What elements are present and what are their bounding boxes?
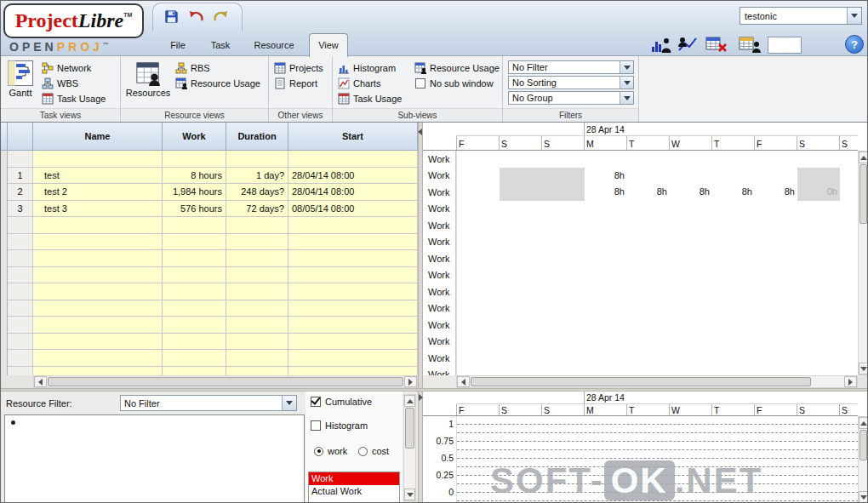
task-work-cell[interactable] bbox=[163, 334, 226, 351]
task-name-cell[interactable] bbox=[33, 267, 163, 284]
wbs-view-button[interactable]: WBS bbox=[42, 77, 78, 90]
task-work-cell[interactable] bbox=[163, 367, 226, 376]
tab-file[interactable]: File bbox=[161, 34, 195, 56]
task-duration-cell[interactable] bbox=[226, 334, 288, 351]
row-number-cell[interactable] bbox=[8, 234, 33, 251]
row-number-cell[interactable] bbox=[8, 317, 33, 334]
task-duration-cell[interactable] bbox=[226, 367, 288, 376]
cumulative-checkbox[interactable] bbox=[311, 397, 321, 407]
resources-view-button[interactable]: Resources bbox=[124, 59, 172, 100]
projects-view-button[interactable]: Projects bbox=[274, 61, 323, 75]
task-table-hscrollbar[interactable] bbox=[33, 375, 418, 388]
scroll-down-button[interactable] bbox=[859, 363, 868, 374]
task-name-cell[interactable] bbox=[33, 234, 163, 251]
task-usage-subview-button[interactable]: Task Usage bbox=[338, 92, 402, 106]
row-number-cell[interactable] bbox=[8, 250, 33, 267]
work-option[interactable]: work bbox=[314, 446, 347, 456]
task-duration-cell[interactable]: 72 days? bbox=[226, 201, 288, 218]
cost-option[interactable]: cost bbox=[358, 446, 389, 456]
task-name-cell[interactable] bbox=[33, 317, 163, 334]
task-start-cell[interactable] bbox=[288, 300, 418, 317]
task-work-cell[interactable] bbox=[163, 317, 226, 334]
task-work-cell[interactable] bbox=[163, 217, 226, 234]
task-work-cell[interactable] bbox=[163, 234, 226, 251]
task-start-cell[interactable] bbox=[288, 234, 418, 251]
resource-histogram-button[interactable] bbox=[648, 36, 674, 54]
usage-hscrollbar[interactable] bbox=[456, 375, 858, 388]
row-number-cell[interactable]: 3 bbox=[8, 201, 33, 218]
task-duration-cell[interactable] bbox=[226, 317, 288, 334]
task-row[interactable] bbox=[8, 283, 418, 300]
task-duration-cell[interactable] bbox=[226, 234, 288, 251]
resource-filter-dropdown[interactable]: No Filter bbox=[120, 395, 297, 411]
row-number-cell[interactable]: 2 bbox=[8, 184, 33, 201]
tab-view[interactable]: View bbox=[309, 33, 348, 57]
histogram-checkbox[interactable] bbox=[311, 420, 321, 431]
task-work-cell[interactable] bbox=[163, 267, 226, 284]
no-sub-window-button[interactable]: No sub window bbox=[414, 77, 494, 90]
usage-vscrollbar[interactable] bbox=[858, 151, 868, 375]
scroll-up-button[interactable] bbox=[859, 417, 868, 429]
task-usage-view-button[interactable]: Task Usage bbox=[42, 92, 106, 106]
task-row[interactable] bbox=[8, 367, 418, 376]
task-duration-cell[interactable]: 1 day? bbox=[226, 168, 288, 185]
task-start-cell[interactable]: 28/04/14 08:00 bbox=[288, 184, 418, 201]
scroll-right-button[interactable] bbox=[404, 376, 417, 387]
report-view-button[interactable]: Report bbox=[274, 77, 317, 90]
task-row[interactable] bbox=[8, 350, 418, 367]
charts-subview-button[interactable]: Charts bbox=[338, 77, 380, 90]
row-number-cell[interactable]: 1 bbox=[8, 168, 33, 185]
task-row[interactable] bbox=[8, 217, 418, 234]
rbs-view-button[interactable]: RBS bbox=[175, 61, 210, 75]
task-name-cell[interactable] bbox=[33, 151, 163, 168]
task-row[interactable] bbox=[8, 151, 418, 168]
assign-resource-button[interactable] bbox=[734, 36, 765, 54]
resource-tree-listbox[interactable] bbox=[4, 414, 305, 503]
task-work-cell[interactable] bbox=[163, 283, 226, 300]
tab-task[interactable]: Task bbox=[203, 34, 237, 56]
row-number-cell[interactable] bbox=[8, 334, 33, 351]
series-item[interactable]: Actual Work bbox=[309, 485, 399, 498]
task-work-cell[interactable]: 1,984 hours bbox=[163, 184, 226, 201]
task-row[interactable]: 3test 3576 hours72 days?08/05/14 08:00 bbox=[8, 201, 418, 218]
column-header-work[interactable]: Work bbox=[163, 123, 226, 151]
task-row[interactable] bbox=[8, 234, 418, 251]
row-number-cell[interactable] bbox=[8, 217, 33, 234]
project-selector[interactable]: testonic bbox=[740, 7, 862, 25]
task-start-cell[interactable] bbox=[288, 217, 418, 234]
task-name-cell[interactable] bbox=[33, 300, 163, 317]
task-row[interactable] bbox=[8, 250, 418, 267]
task-start-cell[interactable]: 28/04/14 08:00 bbox=[288, 168, 418, 185]
column-header-start[interactable]: Start bbox=[288, 123, 418, 151]
task-start-cell[interactable] bbox=[288, 350, 418, 367]
task-duration-cell[interactable] bbox=[226, 250, 288, 267]
scrollbar-thumb[interactable] bbox=[859, 164, 867, 224]
scroll-up-button[interactable] bbox=[859, 151, 868, 163]
task-name-cell[interactable]: test 3 bbox=[33, 201, 163, 218]
resource-usage-subview-button[interactable]: Resource Usage bbox=[414, 61, 500, 75]
task-start-cell[interactable] bbox=[288, 283, 418, 300]
task-row[interactable] bbox=[8, 334, 418, 351]
task-name-cell[interactable] bbox=[33, 217, 163, 234]
histogram-vscrollbar[interactable] bbox=[403, 394, 416, 501]
gantt-view-button[interactable]: Gantt bbox=[3, 59, 38, 100]
cumulative-option[interactable]: Cumulative bbox=[311, 397, 372, 407]
row-number-cell[interactable] bbox=[8, 350, 33, 367]
scrollbar-thumb[interactable] bbox=[471, 377, 811, 386]
column-header-name[interactable]: Name bbox=[33, 123, 163, 151]
task-name-cell[interactable] bbox=[33, 350, 163, 367]
task-duration-cell[interactable] bbox=[226, 350, 288, 367]
task-row[interactable] bbox=[8, 317, 418, 334]
series-item[interactable]: Work bbox=[309, 472, 399, 485]
resource-chart-button[interactable] bbox=[677, 36, 699, 54]
row-number-cell[interactable] bbox=[8, 300, 33, 317]
scrollbar-thumb[interactable] bbox=[405, 408, 414, 449]
task-work-cell[interactable] bbox=[163, 350, 226, 367]
scroll-left-button[interactable] bbox=[457, 376, 470, 387]
task-name-cell[interactable] bbox=[33, 283, 163, 300]
task-start-cell[interactable] bbox=[288, 317, 418, 334]
task-name-cell[interactable] bbox=[33, 250, 163, 267]
task-duration-cell[interactable] bbox=[226, 267, 288, 284]
scroll-down-button[interactable] bbox=[859, 491, 868, 503]
task-duration-cell[interactable] bbox=[226, 283, 288, 300]
